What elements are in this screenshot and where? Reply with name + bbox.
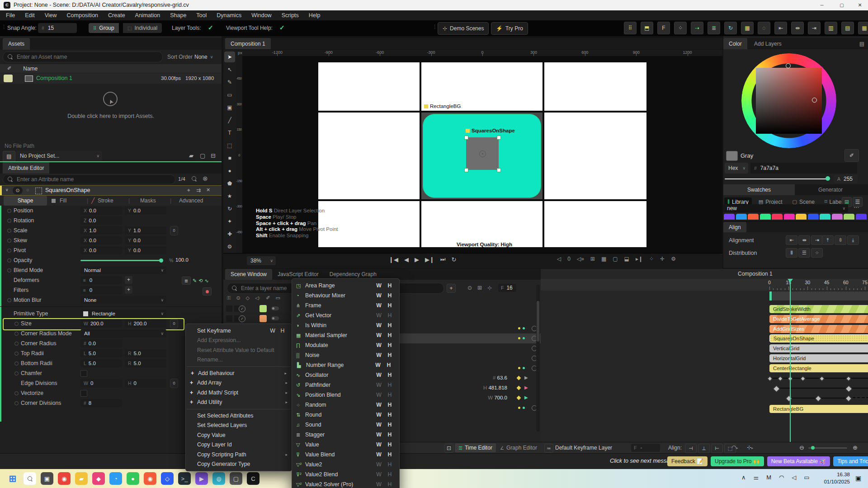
menu-item-shape[interactable]: Shape	[165, 12, 191, 19]
color-swatch[interactable]	[724, 214, 735, 220]
submenu-item-position-blend[interactable]: ⇘Position BlendWH	[292, 390, 399, 400]
viewport-layer-label-shape[interactable]: SquaresOnShape	[466, 128, 515, 133]
value-field[interactable]: R5.0	[125, 359, 166, 367]
cube-icon[interactable]: ⬒	[641, 22, 653, 34]
filter-icon[interactable]: ⊙	[467, 285, 472, 291]
edge-icon[interactable]: ◔	[109, 472, 122, 485]
volume-icon[interactable]: ◁	[792, 474, 796, 481]
selection-handle-tl[interactable]	[464, 136, 468, 140]
project-set-dropdown[interactable]: No Project Set... ∨	[16, 151, 102, 161]
viewport-zoom-select[interactable]: 38%∨	[247, 256, 276, 265]
context-menu-item-rename-[interactable]: Rename...	[186, 355, 292, 365]
column-w-value[interactable]: W	[373, 362, 383, 368]
column-w-value[interactable]: W	[373, 471, 384, 478]
settings-tool-icon[interactable]: ⚙	[224, 241, 235, 252]
column-w-value[interactable]: W	[373, 422, 384, 428]
hidden-icons-chevron[interactable]: ∧	[741, 474, 746, 481]
stagger-icon[interactable]: ≣	[708, 22, 720, 34]
go-to-start-button[interactable]: ❙◀	[389, 256, 398, 263]
submenu-item-value-blend[interactable]: ⊽Value BlendWH	[292, 450, 399, 460]
column-w-value[interactable]: W	[373, 392, 384, 398]
align-right-icon[interactable]: ⇥	[808, 22, 821, 34]
wifi-icon[interactable]: ◠	[779, 474, 784, 481]
keyframe-type-icon[interactable]: ⊹▸	[747, 444, 753, 450]
hue-selector[interactable]	[786, 63, 791, 68]
keyframe-toggle[interactable]	[14, 332, 19, 336]
submenu-item-value2-solver-pro-[interactable]: ▽²Value2 Solver (Pro)WH	[292, 479, 399, 488]
viewport-icon-1[interactable]: 0	[567, 256, 571, 262]
close-attributes-icon[interactable]: ✕	[206, 187, 210, 193]
app-icon[interactable]: ▶	[195, 472, 208, 485]
count-field[interactable]: ≡0	[80, 276, 122, 284]
visibility-eye-icon[interactable]: ⊙	[13, 187, 23, 194]
eye-icon[interactable]: ⊙	[236, 295, 240, 301]
keyframe-toggle[interactable]	[14, 352, 19, 356]
edit-icon[interactable]: ✎	[193, 278, 197, 284]
app-icon[interactable]: ◆	[92, 472, 105, 485]
distribute-horizontal-button[interactable]: ⫴	[786, 248, 797, 258]
playhead-marker[interactable]	[788, 279, 793, 282]
column-h-value[interactable]: H	[384, 332, 395, 338]
column-h-value[interactable]: H	[384, 471, 395, 478]
tab-fill[interactable]: Fill	[60, 196, 66, 206]
value-field[interactable]: H0	[125, 379, 166, 387]
column-h-value[interactable]: H	[384, 481, 395, 488]
column-w-value[interactable]: W	[373, 372, 384, 378]
submenu-item-noise[interactable]: ▒NoiseWH	[292, 350, 399, 360]
keyframe-toggle[interactable]	[14, 361, 19, 366]
submenu-item-behaviour-mixer[interactable]: ◔Behaviour MixerWH	[292, 291, 399, 300]
submenu-item-stagger[interactable]: ≣StaggerWH	[292, 430, 399, 440]
loop-button[interactable]: ↻	[451, 256, 456, 263]
viewport-icon-10[interactable]: ⚙	[671, 256, 676, 262]
link-dimensions-toggle[interactable]: 0	[170, 379, 178, 388]
column-w-value[interactable]: W	[373, 332, 384, 338]
vertical-scrollbar[interactable]	[536, 285, 540, 432]
toggle-icon[interactable]: ▭	[275, 295, 280, 301]
checkbox[interactable]	[80, 390, 87, 397]
keyframe-diamond[interactable]	[773, 385, 780, 392]
keyframe-toggle[interactable]	[7, 268, 11, 272]
tab-masks[interactable]: Masks	[140, 196, 156, 206]
keyframe-toggle[interactable]	[7, 239, 11, 243]
eyedropper-icon[interactable]: ✐	[266, 295, 270, 301]
selection-handle-tr[interactable]	[497, 136, 501, 140]
tab-align[interactable]: Align	[723, 222, 746, 232]
artboard-tool-icon[interactable]: ⬚	[224, 140, 235, 151]
refresh-tool-icon[interactable]: ↻	[224, 203, 235, 214]
visible-check-icon[interactable]: ✓	[239, 305, 245, 312]
submenu-item-number-range[interactable]: ▙Number RangeWH	[293, 360, 398, 370]
layer-toggle[interactable]	[271, 306, 279, 310]
column-h-value[interactable]: H	[384, 352, 395, 358]
notification-message[interactable]: Click to see next message	[610, 458, 676, 464]
next-frame-button[interactable]: ▶❙	[425, 256, 434, 263]
cavalry-icon[interactable]: C	[247, 472, 259, 485]
column-h-value[interactable]: H	[384, 312, 395, 319]
column-h-value[interactable]: H	[384, 282, 395, 289]
color-swatch[interactable]	[772, 214, 783, 220]
column-w-value[interactable]: W	[373, 461, 384, 468]
viewport-icon-2[interactable]: ◁»	[577, 256, 584, 262]
column-h-value[interactable]: H	[384, 422, 395, 428]
keyframe-toggle[interactable]	[7, 249, 11, 253]
timeline-bar-verticalgrid[interactable]: VerticalGrid	[769, 344, 868, 352]
column-h-value[interactable]: H	[384, 342, 395, 348]
column-w-value[interactable]: W	[373, 282, 384, 289]
submenu-item-frame[interactable]: ⋔FrameWH	[292, 300, 399, 310]
dropdown-corner-radius-mode[interactable]: All∨	[80, 329, 166, 338]
menu-item-create[interactable]: Create	[103, 12, 130, 19]
keyframe-diamond[interactable]	[846, 376, 851, 381]
import-hint-text[interactable]: Double click here to import Assets.	[0, 113, 222, 119]
keyframe-toggle[interactable]	[7, 298, 11, 302]
toolbar-drag-handle[interactable]: ⋮	[1, 24, 6, 30]
selection-handle-br[interactable]	[497, 168, 501, 172]
line-tool-icon[interactable]: ╱	[224, 115, 235, 126]
column-h-value[interactable]: H	[384, 302, 395, 309]
start-button[interactable]: ⊞	[6, 472, 19, 485]
attribute-search-input[interactable]: Enter an Attribute name	[3, 174, 175, 184]
value-field[interactable]: Y0.0	[125, 246, 166, 254]
split-icon[interactable]: ⇉	[196, 187, 201, 193]
collapse-chevron-icon[interactable]: ∨	[5, 188, 9, 192]
color-swatch[interactable]	[832, 214, 843, 220]
distribute-grid-button[interactable]: ⁘	[811, 248, 823, 258]
current-frame-field[interactable]: F 16	[498, 284, 516, 292]
